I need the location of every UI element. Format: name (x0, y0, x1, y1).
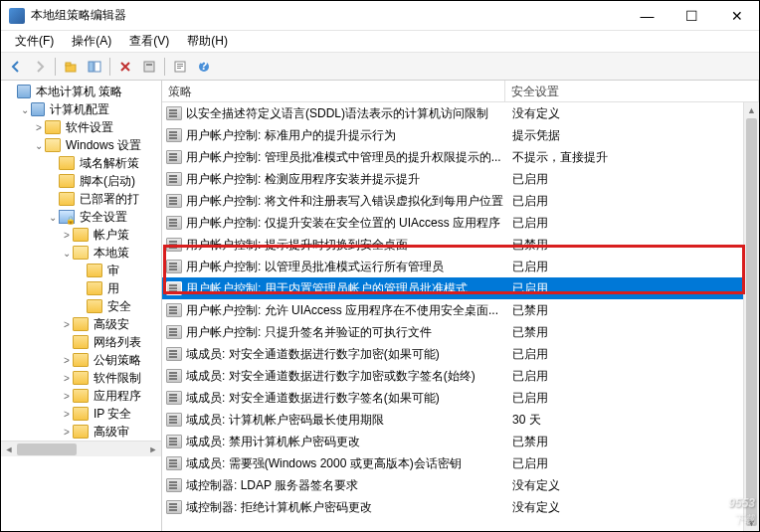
tree-toggle-icon[interactable]: > (61, 319, 73, 330)
tree-node[interactable]: >软件限制 (1, 369, 161, 387)
maximize-button[interactable]: ☐ (669, 1, 714, 30)
tree-scroll-right[interactable]: ► (145, 444, 161, 454)
list-row[interactable]: 域成员: 计算机帐户密码最长使用期限30 天 (162, 409, 759, 431)
list-row[interactable]: 域控制器: LDAP 服务器签名要求没有定义 (162, 474, 759, 496)
cell-policy: 用户帐户控制: 管理员批准模式中管理员的提升权限提示的... (186, 149, 512, 166)
tree-node[interactable]: 域名解析策 (1, 154, 161, 172)
menu-view[interactable]: 查看(V) (121, 31, 177, 52)
delete-button[interactable] (114, 56, 136, 78)
list-row[interactable]: 域成员: 对安全通道数据进行数字签名(如果可能)已启用 (162, 387, 759, 409)
tree-toggle-icon[interactable]: > (61, 230, 73, 241)
tree-node[interactable]: >公钥策略 (1, 351, 161, 369)
cell-setting: 提示凭据 (512, 127, 755, 144)
folder-icon (73, 317, 89, 331)
policy-icon (166, 325, 182, 339)
back-button[interactable] (5, 56, 27, 78)
column-security-setting[interactable]: 安全设置 (505, 81, 759, 101)
tree-toggle-icon[interactable]: > (61, 409, 73, 420)
tree-node[interactable]: ⌄Windows 设置 (1, 136, 161, 154)
policy-icon (166, 106, 182, 120)
tree-label: 本地计算机 策略 (34, 84, 122, 100)
tree-node[interactable]: 已部署的打 (1, 190, 161, 208)
menu-file[interactable]: 文件(F) (7, 31, 62, 52)
tree-node[interactable]: >帐户策 (1, 226, 161, 244)
tree-node[interactable]: 脚本(启动) (1, 172, 161, 190)
tree-node[interactable]: ⌄本地策 (1, 244, 161, 262)
list-row[interactable]: 域成员: 需要强(Windows 2000 或更高版本)会话密钥已启用 (162, 452, 759, 474)
policy-icon (166, 216, 182, 230)
tree-node[interactable]: 用 (1, 279, 161, 297)
tree-scroll-thumb[interactable] (17, 443, 77, 455)
list-row[interactable]: 用户帐户控制: 仅提升安装在安全位置的 UIAccess 应用程序已启用 (162, 212, 759, 234)
list-row[interactable]: 域成员: 对安全通道数据进行数字加密(如果可能)已启用 (162, 343, 759, 365)
cell-setting: 没有定义 (512, 105, 755, 122)
tree-label: 已部署的打 (78, 191, 139, 208)
list-row[interactable]: 用户帐户控制: 管理员批准模式中管理员的提升权限提示的...不提示，直接提升 (162, 146, 759, 168)
scroll-thumb[interactable] (746, 118, 757, 526)
cell-policy: 用户帐户控制: 检测应用程序安装并提示提升 (186, 171, 512, 188)
help-button[interactable]: ? (193, 56, 215, 78)
list-row[interactable]: 用户帐户控制: 将文件和注册表写入错误虚拟化到每用户位置已启用 (162, 190, 759, 212)
tree-toggle-icon[interactable]: ⌄ (47, 212, 59, 223)
tree-toggle-icon[interactable]: > (61, 391, 73, 402)
toolbar: ? (1, 53, 759, 81)
tree-toggle-icon[interactable]: ⌄ (61, 248, 73, 259)
forward-button[interactable] (29, 56, 51, 78)
tree-node[interactable]: >应用程序 (1, 387, 161, 405)
close-button[interactable]: ✕ (714, 1, 759, 30)
list-row[interactable]: 用户帐户控制: 以管理员批准模式运行所有管理员已启用 (162, 256, 759, 277)
folder-icon (59, 174, 75, 188)
tree-node[interactable]: ⌄安全设置 (1, 208, 161, 226)
folder-icon (59, 156, 75, 170)
properties-button[interactable] (169, 56, 191, 78)
list-row[interactable]: 用户帐户控制: 允许 UIAccess 应用程序在不使用安全桌面...已禁用 (162, 299, 759, 321)
list-row[interactable]: 用户帐户控制: 只提升签名并验证的可执行文件已禁用 (162, 321, 759, 343)
tree-panel[interactable]: 本地计算机 策略⌄计算机配置>软件设置⌄Windows 设置域名解析策脚本(启动… (1, 81, 162, 531)
tree-scroll-left[interactable]: ◄ (1, 444, 17, 454)
list-row[interactable]: 域成员: 禁用计算机帐户密码更改已禁用 (162, 431, 759, 452)
minimize-button[interactable]: — (625, 1, 669, 30)
svg-rect-7 (177, 64, 183, 65)
list-row[interactable]: 以安全描述符定义语言(SDDL)语法表示的计算机访问限制没有定义 (162, 102, 759, 124)
vertical-scrollbar[interactable]: ▲ ▼ (743, 102, 759, 531)
policy-icon (166, 260, 182, 273)
tree-node[interactable]: ⌄计算机配置 (1, 100, 161, 118)
cell-setting: 没有定义 (512, 477, 755, 494)
menu-action[interactable]: 操作(A) (64, 31, 119, 52)
tree-node[interactable]: 网络列表 (1, 333, 161, 351)
tree-node[interactable]: >高级安 (1, 315, 161, 333)
list-row[interactable]: 用户帐户控制: 用于内置管理员帐户的管理员批准模式已启用 (162, 277, 759, 299)
tree-toggle-icon[interactable]: > (33, 122, 45, 133)
column-policy[interactable]: 策略 (162, 81, 505, 101)
tree-node[interactable]: 本地计算机 策略 (1, 83, 161, 100)
tree-toggle-icon[interactable]: ⌄ (33, 140, 45, 151)
cell-policy: 以安全描述符定义语言(SDDL)语法表示的计算机访问限制 (186, 105, 512, 122)
window-title: 本地组策略编辑器 (31, 7, 625, 24)
folder-icon (73, 335, 89, 349)
tree-toggle-icon[interactable]: ⌄ (19, 104, 31, 115)
tree-node[interactable]: 安全 (1, 297, 161, 315)
tree-node[interactable]: >高级审 (1, 423, 161, 441)
cell-policy: 用户帐户控制: 用于内置管理员帐户的管理员批准模式 (186, 280, 512, 297)
tree-node[interactable]: 审 (1, 262, 161, 279)
show-hide-button[interactable] (84, 56, 105, 78)
list-row[interactable]: 域控制器: 拒绝计算机帐户密码更改没有定义 (162, 496, 759, 518)
scroll-up[interactable]: ▲ (744, 102, 759, 118)
tree-node[interactable]: >IP 安全 (1, 405, 161, 423)
list-row[interactable]: 域成员: 对安全通道数据进行数字加密或数字签名(始终)已启用 (162, 365, 759, 387)
list-row[interactable]: 用户帐户控制: 标准用户的提升提示行为提示凭据 (162, 124, 759, 146)
list-body[interactable]: 以安全描述符定义语言(SDDL)语法表示的计算机访问限制没有定义用户帐户控制: … (162, 102, 759, 531)
menu-help[interactable]: 帮助(H) (179, 31, 236, 52)
export-button[interactable] (138, 56, 160, 78)
cell-setting: 已启用 (512, 455, 755, 472)
tree-toggle-icon[interactable]: > (61, 373, 73, 384)
up-button[interactable] (60, 56, 82, 78)
list-row[interactable]: 用户帐户控制: 检测应用程序安装并提示提升已启用 (162, 168, 759, 190)
scroll-down[interactable]: ▼ (744, 515, 759, 531)
list-row[interactable]: 用户帐户控制: 提示提升时切换到安全桌面已禁用 (162, 234, 759, 256)
tree-node[interactable]: >软件设置 (1, 118, 161, 136)
tree-toggle-icon[interactable]: > (61, 355, 73, 366)
folder-icon (87, 281, 102, 295)
tree-toggle-icon[interactable]: > (61, 427, 73, 438)
folder-icon (73, 407, 89, 421)
